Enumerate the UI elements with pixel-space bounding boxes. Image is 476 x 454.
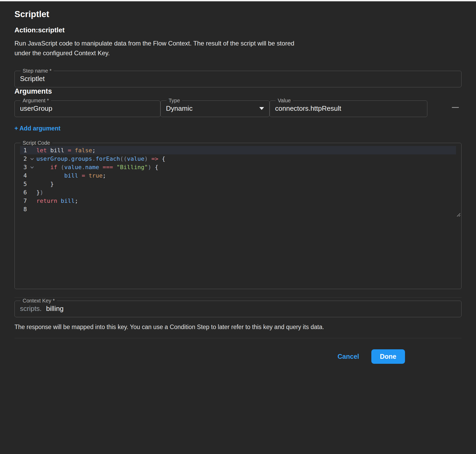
step-name-input[interactable]: Step name * Scriptlet	[14, 68, 462, 87]
context-key-input[interactable]: Context Key * scripts. billing	[14, 298, 462, 317]
argument-value: userGroup	[20, 104, 155, 113]
page-title: Scriptlet	[14, 9, 462, 19]
arguments-heading: Arguments	[14, 87, 462, 95]
code-line[interactable]: 4 bill = true;	[20, 171, 456, 180]
code-text: }	[36, 181, 54, 187]
code-text: return bill;	[36, 198, 78, 204]
action-subtitle: Action:scriptlet	[14, 26, 462, 34]
fold-chevron-icon[interactable]	[27, 158, 36, 160]
line-number: 3	[20, 164, 27, 170]
value-value: connectors.httpResult	[275, 104, 422, 113]
remove-argument-button[interactable]	[449, 101, 462, 114]
code-line[interactable]: 2userGroup.groups.forEach((value) => {	[20, 154, 456, 163]
add-argument-button[interactable]: + Add argument	[14, 125, 60, 132]
argument-value-input[interactable]: Value connectors.httpResult	[270, 98, 427, 117]
type-selected-value: Dynamic	[166, 104, 193, 113]
line-number: 4	[20, 172, 27, 179]
line-number: 7	[20, 198, 27, 204]
argument-name-input[interactable]: Argument * userGroup	[14, 98, 160, 117]
context-key-value: billing	[46, 305, 64, 313]
action-description: Run JavaScript code to manipulate data f…	[14, 38, 310, 58]
scriptlet-dialog: Scriptlet Action:scriptlet Run JavaScrip…	[0, 1, 476, 364]
step-name-value: Scriptlet	[20, 74, 456, 83]
code-lines: 1let bill = false;2userGroup.groups.forE…	[20, 146, 456, 213]
dropdown-arrow-icon	[259, 107, 264, 110]
script-code-label: Script Code	[21, 140, 52, 146]
fold-chevron-icon[interactable]	[27, 166, 36, 168]
context-key-label: Context Key *	[21, 298, 57, 304]
code-line[interactable]: 1let bill = false;	[20, 146, 456, 154]
line-number: 8	[20, 206, 27, 213]
argument-label: Argument *	[21, 98, 51, 104]
cancel-button[interactable]: Cancel	[336, 352, 361, 361]
argument-row: Argument * userGroup Type Dynamic Value …	[14, 98, 462, 117]
code-text: userGroup.groups.forEach((value) => {	[36, 155, 165, 162]
context-key-help: The response will be mapped into this ke…	[14, 324, 462, 331]
code-text: })	[36, 189, 43, 196]
code-line[interactable]: 8	[20, 205, 456, 213]
line-number: 6	[20, 189, 27, 196]
code-line[interactable]: 3 if (value.name === "Billing") {	[20, 163, 456, 171]
done-button[interactable]: Done	[371, 349, 405, 364]
footer: Cancel Done	[14, 349, 462, 364]
code-line[interactable]: 7return bill;	[20, 196, 456, 205]
minus-icon	[452, 107, 459, 108]
line-number: 1	[20, 147, 27, 154]
line-number: 5	[20, 181, 27, 187]
script-code-editor[interactable]: Script Code 1let bill = false;2userGroup…	[14, 140, 462, 289]
value-label: Value	[276, 98, 293, 104]
footer-divider	[14, 338, 462, 338]
context-key-prefix: scripts.	[20, 305, 42, 313]
code-line[interactable]: 6})	[20, 188, 456, 196]
type-label: Type	[166, 98, 182, 104]
line-number: 2	[20, 155, 27, 162]
resize-handle[interactable]	[456, 212, 460, 216]
code-line[interactable]: 5 }	[20, 180, 456, 188]
code-text: if (value.name === "Billing") {	[36, 164, 158, 170]
code-text: bill = true;	[36, 172, 106, 179]
code-text: let bill = false;	[36, 147, 95, 154]
argument-type-select[interactable]: Type Dynamic	[160, 98, 270, 117]
step-name-label: Step name *	[21, 68, 54, 74]
